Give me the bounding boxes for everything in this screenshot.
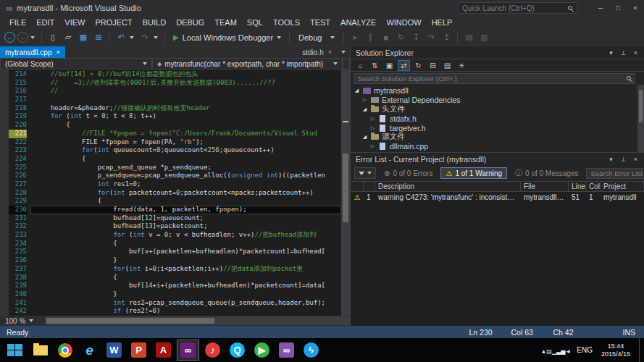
splitter-handle[interactable] [343,58,350,70]
menu-sql[interactable]: SQL [242,18,268,27]
undo-icon[interactable]: ↶ [114,31,127,44]
acrobat-icon[interactable]: A [152,340,175,361]
find-in-files-icon[interactable]: ▤ [462,31,475,44]
expand-icon[interactable]: ▷ [361,97,368,103]
code-line-240[interactable]: } [35,290,341,299]
error-list-row[interactable]: ⚠1warning C4273: 'mytransfunc' : inconsi… [351,192,644,203]
file-explorer-icon[interactable] [29,340,51,361]
collapse-icon[interactable]: ◢ [361,134,368,140]
save-all-icon[interactable]: ⊞ [92,31,105,44]
zoom-control[interactable]: 100 % [0,317,45,325]
code-line-214[interactable]: //buf[14] = 0;//buf前14位都是数据包的包头 [35,70,341,79]
tree-item-file-stdafx-h[interactable]: ▷stdafx.h [351,114,644,123]
column-header-project[interactable]: Project [601,182,644,191]
powerpoint-icon[interactable]: P [127,340,150,361]
new-file-icon[interactable]: ▯ [46,31,59,44]
code-line-238[interactable]: { [35,274,341,282]
column-header-line[interactable]: Line [569,182,586,191]
word-icon[interactable]: W [103,340,125,361]
menu-analyze[interactable]: ANALYZE [335,18,381,27]
navigate-backward-icon[interactable]: ← [4,32,15,43]
scope-dropdown[interactable]: (Global Scope) [0,58,152,70]
code-line-233[interactable]: for (int v = 0; v < bufheadlen; v++)//把b… [35,231,341,240]
green-app-icon[interactable]: ▶ [251,340,273,361]
step-into-icon[interactable]: ↧ [409,31,422,44]
show-all-files-icon[interactable]: ▤ [441,60,453,71]
save-icon[interactable]: ▦ [77,31,90,44]
undo-caret-icon[interactable] [130,36,136,39]
browser-icon[interactable] [54,340,76,361]
command-window-icon[interactable]: ▥ [477,31,490,44]
code-line-229[interactable]: { [35,197,341,206]
tab-list-caret-icon[interactable] [337,46,350,58]
pin-icon[interactable]: ⊥ [618,49,629,56]
clock[interactable]: 15:44 2015/4/15 [598,342,633,358]
break-all-icon[interactable]: ∥ [364,31,377,44]
properties-icon[interactable]: ≡ [456,60,468,71]
solution-explorer-scrollbar[interactable] [637,85,644,152]
code-line-223[interactable]: for(int queuecount=0;queuecount<256;queu… [35,146,341,155]
code-line-231[interactable]: bufhead[12]=queuecount; [35,214,341,223]
menu-tools[interactable]: TOOLS [268,18,305,27]
code-lines[interactable]: //buf[14] = 0;//buf前14位都是数据包的包头 // =3;//… [30,70,341,316]
tree-item-folder-header-files[interactable]: ◢头文件 [351,105,644,114]
menu-build[interactable]: BUILD [138,18,171,27]
menu-view[interactable]: VIEW [59,18,90,27]
code-line-241[interactable]: int res2=pcap_sendqueue_queue(p_sendqueu… [35,299,341,308]
navigate-forward-icon[interactable]: → [17,32,28,43]
code-line-228[interactable]: for(int packetcount=0;packetcount<npacks… [35,189,341,198]
step-out-icon[interactable]: ↥ [440,31,453,44]
start-button[interactable] [4,341,25,360]
column-header-file[interactable]: File [521,182,569,191]
code-line-225[interactable]: pcap_send_queue *p_sendqueue; [35,164,341,172]
code-line-219[interactable]: for (int t = 0; t < 8; t++) [35,112,341,121]
code-line-230[interactable]: fread(data, 1, packetlen, fpopen); [30,206,341,214]
music-app-icon[interactable]: ♪ [201,340,224,361]
expand-icon[interactable]: ▷ [369,143,376,149]
error-list-search-input[interactable] [586,168,644,179]
code-line-237[interactable]: for(int i=0;i<packetlen;i++)//把data添加到pa… [35,265,341,274]
refresh-icon[interactable]: ↻ [412,60,425,71]
menu-edit[interactable]: EDIT [31,18,59,27]
expand-icon[interactable]: ▷ [369,116,376,122]
column-header-column[interactable]: Column [586,182,601,191]
code-line-224[interactable]: { [35,155,341,164]
menu-project[interactable]: PROJECT [90,18,137,27]
home-icon[interactable]: ⌂ [354,60,367,71]
code-line-236[interactable]: } [35,256,341,265]
redo-caret-icon[interactable] [154,36,160,39]
code-line-218[interactable]: header=&pheader;//链接确认的时候有改变header [35,104,341,113]
close-icon[interactable]: × [630,49,641,56]
tree-item-project-mytransdll[interactable]: ◢mytransdll [351,86,644,96]
internet-explorer-icon[interactable]: e [78,340,101,361]
tree-item-folder-source-files[interactable]: ◢源文件 [351,132,644,142]
column-header-icon[interactable] [364,182,375,191]
code-line-226[interactable]: p_sendqueue=pcap_sendqueue_alloc((unsign… [35,172,341,180]
window-position-icon[interactable]: ▾ [606,49,616,56]
scope-to-this-icon[interactable]: ▣ [383,60,396,71]
menu-help[interactable]: HELP [427,18,458,27]
tree-item-file-dllmain-cpp[interactable]: ▷dllmain.cpp [351,142,644,151]
warnings-filter-button[interactable]: ⚠ 1 of 1 Warning [440,167,507,179]
restart-icon[interactable]: ↻ [394,31,407,44]
close-icon[interactable]: × [56,49,59,56]
code-line-217[interactable] [35,96,341,104]
redo-icon[interactable]: ↷ [138,31,151,44]
editor-vertical-scrollbar[interactable] [341,70,350,316]
column-header-description[interactable]: Description [375,182,521,191]
tree-item-file-targetver-h[interactable]: ▷targetver.h [351,123,644,132]
window-position-icon[interactable]: ▾ [606,156,616,163]
show-desktop-button[interactable] [639,338,644,362]
sync-with-active-document-icon[interactable]: ⇄ [398,60,410,71]
qq-icon[interactable]: Q [226,340,248,361]
code-line-227[interactable]: int res1=0; [35,180,341,189]
navigation-history-caret-icon[interactable] [30,36,37,39]
collapse-icon[interactable]: ◢ [361,106,368,112]
scrollbar-thumb[interactable] [343,153,348,222]
close-button[interactable]: × [627,0,644,16]
code-line-234[interactable]: { [35,240,341,248]
menu-team[interactable]: TEAM [209,18,242,27]
close-icon[interactable]: × [328,49,332,56]
start-debugging-button[interactable]: ▶Local Windows Debugger [170,33,285,42]
solution-configurations-dropdown[interactable]: Debug [294,33,339,42]
